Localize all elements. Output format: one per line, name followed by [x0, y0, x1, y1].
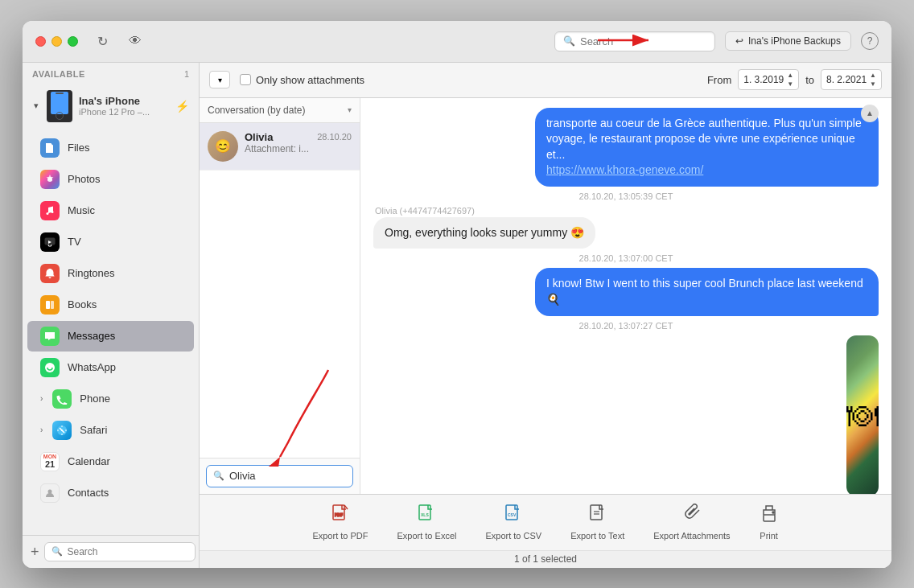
safari-chevron: › — [40, 426, 43, 434]
conversation-name-row: Olivia 28.10.20 — [245, 131, 352, 143]
message-text: transporte au coeur de la Grèce authenti… — [546, 117, 862, 161]
message-bubble-sent-2: I know! Btw I went to this super cool Br… — [535, 268, 879, 315]
conversation-search-input[interactable] — [229, 470, 364, 482]
attachments-filter[interactable]: Only show attachments — [240, 74, 364, 86]
sidebar: AVAILABLE 1 ▾ Ina's iPhone iPhone 12 Pro… — [23, 63, 200, 568]
export-csv-label: Export to CSV — [485, 531, 541, 541]
from-date-stepper: ▲ ▼ — [787, 72, 793, 88]
message-row-image: 🍽 — [373, 335, 879, 494]
close-button[interactable] — [35, 36, 46, 47]
search-bar[interactable]: 🔍 — [554, 31, 715, 51]
phone-chevron: › — [40, 394, 43, 403]
photos-icon — [40, 170, 60, 189]
print-button[interactable]: Print — [745, 497, 793, 547]
export-text-button[interactable]: Export to Text — [556, 497, 639, 547]
sidebar-item-contacts[interactable]: Contacts — [27, 478, 194, 508]
sidebar-items: Files Photos Music — [23, 129, 199, 535]
ringtones-icon — [40, 264, 60, 283]
sidebar-search-area: + 🔍 — [23, 535, 199, 568]
safari-label: Safari — [80, 424, 107, 436]
reload-button[interactable]: ↻ — [94, 31, 111, 52]
messages-icon — [40, 327, 60, 346]
message-bubble-received: Omg, everything looks super yummy 😍 — [373, 217, 595, 249]
sidebar-item-books[interactable]: Books — [27, 290, 194, 320]
from-date-up[interactable]: ▲ — [787, 72, 793, 80]
sidebar-item-phone[interactable]: › Phone — [27, 384, 194, 414]
conversation-search-area: 🔍 × — [200, 458, 360, 494]
phone-icon — [52, 389, 72, 409]
print-label: Print — [760, 531, 778, 541]
conversations-header: Conversation (by date) ▾ — [200, 98, 360, 123]
music-label: Music — [68, 204, 95, 216]
from-date-value: 1. 3.2019 — [743, 74, 784, 85]
svg-rect-18 — [591, 505, 602, 520]
whatsapp-icon — [40, 358, 60, 377]
export-attachments-label: Export Attachments — [653, 531, 730, 541]
sidebar-item-safari[interactable]: › Safari — [27, 415, 194, 446]
sidebar-item-music[interactable]: Music — [27, 195, 194, 226]
conv-search-icon: 🔍 — [213, 471, 224, 481]
help-button[interactable]: ? — [861, 32, 879, 50]
eye-button[interactable]: 👁 — [126, 31, 145, 51]
conversation-item[interactable]: 😊 Olivia 28.10.20 Attachment: i... — [200, 123, 360, 171]
sidebar-item-messages[interactable]: Messages — [27, 321, 194, 352]
sort-dropdown[interactable]: ▾ — [348, 105, 352, 114]
message-timestamp-2: 28.10.20, 13:07:00 CET — [373, 253, 879, 263]
to-date-stepper: ▲ ▼ — [870, 72, 876, 88]
chat-scroll-up[interactable]: ▲ — [861, 105, 879, 122]
add-button[interactable]: + — [31, 545, 39, 559]
export-text-label: Export to Text — [570, 531, 624, 541]
titlebar-icons: ↻ 👁 — [94, 31, 145, 52]
minimize-button[interactable] — [51, 36, 62, 47]
available-count: 1 — [184, 69, 189, 79]
chat-messages: ▲ transporte au coeur de la Grèce authen… — [360, 98, 891, 494]
export-pdf-label: Export to PDF — [312, 531, 368, 541]
svg-text:CSV: CSV — [508, 512, 517, 517]
backup-icon: ↩ — [735, 35, 743, 47]
svg-rect-6 — [46, 301, 50, 309]
sidebar-item-whatsapp[interactable]: WhatsApp — [27, 352, 194, 383]
to-date-value: 8. 2.2021 — [826, 74, 867, 85]
printer-icon — [760, 504, 779, 528]
sidebar-item-files[interactable]: Files — [27, 133, 194, 163]
export-excel-button[interactable]: XLS Export to Excel — [382, 497, 471, 547]
from-date-down[interactable]: ▼ — [787, 80, 793, 88]
conversation-date: 28.10.20 — [317, 132, 352, 142]
maximize-button[interactable] — [68, 36, 78, 47]
message-text-sent-2: I know! Btw I went to this super cool Br… — [546, 277, 863, 306]
from-date-input[interactable]: 1. 3.2019 ▲ ▼ — [738, 69, 799, 90]
to-date-up[interactable]: ▲ — [870, 72, 876, 80]
export-csv-button[interactable]: CSV Export to CSV — [471, 497, 556, 547]
device-icon — [47, 90, 72, 122]
food-photo: 🍽 — [846, 335, 879, 494]
sidebar-search-input[interactable] — [68, 546, 188, 557]
message-link[interactable]: https://www.khora-geneve.com/ — [546, 163, 703, 176]
sidebar-item-photos[interactable]: Photos — [27, 164, 194, 195]
device-chevron[interactable]: ▾ — [32, 99, 40, 113]
export-attachments-button[interactable]: Export Attachments — [639, 497, 744, 547]
attachments-checkbox[interactable] — [240, 74, 251, 85]
files-icon — [40, 138, 60, 158]
sidebar-search-box: 🔍 — [44, 542, 196, 561]
conversation-search-box[interactable]: 🔍 × — [206, 465, 353, 487]
to-date-down[interactable]: ▼ — [870, 80, 876, 88]
sidebar-item-tv[interactable]: TV — [27, 227, 194, 257]
chat-pane: ▲ transporte au coeur de la Grèce authen… — [360, 98, 891, 494]
titlebar: ↻ 👁 🔍 ↩ Ina's iPhone Backups ? — [23, 21, 891, 63]
device-row: ▾ Ina's iPhone iPhone 12 Pro –... ⚡ — [23, 85, 199, 129]
svg-point-10 — [48, 489, 52, 493]
date-range: From 1. 3.2019 ▲ ▼ to 8. 2.2021 ▲ ▼ — [707, 69, 882, 90]
sidebar-item-ringtones[interactable]: Ringtones — [27, 258, 194, 289]
sidebar-item-calendar[interactable]: MON 21 Calendar — [27, 446, 194, 477]
phone-label: Phone — [80, 393, 110, 405]
to-date-input[interactable]: 8. 2.2021 ▲ ▼ — [821, 69, 882, 90]
backup-button[interactable]: ↩ Ina's iPhone Backups — [725, 31, 851, 51]
content-area: ▾ Only show attachments From 1. 3.2019 ▲… — [200, 63, 891, 568]
svg-text:XLS: XLS — [421, 512, 429, 517]
search-input[interactable] — [580, 35, 709, 47]
calendar-label: Calendar — [68, 455, 110, 467]
csv-icon: CSV — [504, 504, 523, 528]
conversation-name: Olivia — [245, 131, 273, 143]
dropdown-button[interactable]: ▾ — [209, 71, 230, 88]
export-pdf-button[interactable]: PDF Export to PDF — [298, 497, 382, 547]
